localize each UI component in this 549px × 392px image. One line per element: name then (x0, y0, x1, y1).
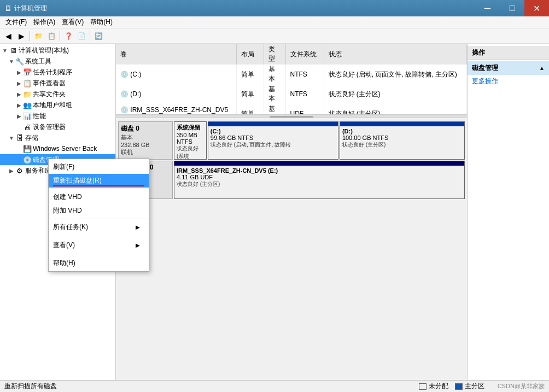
tree-item-eventvwr[interactable]: ▶📋事件查看器 (0, 78, 115, 89)
tree-label-shares: 共享文件夹 (33, 90, 66, 99)
vol-fs-1: NTFS (285, 84, 324, 104)
volume-list: 卷 布局 类型 文件系统 状态 💿 (C:)简单基本NTFS状态良好 (启动, … (116, 44, 467, 115)
vol-status-2: 状态良好 (主分区) (324, 104, 467, 115)
tree-expander-eventvwr[interactable]: ▶ (15, 79, 23, 87)
disk-row-0: 磁盘 0 基本 232.88 GB 联机系统保留350 MB NTFS状态良好 … (118, 121, 465, 160)
disk-partitions-0: 系统保留350 MB NTFS状态良好 (系统(C:)99.66 GB NTFS… (174, 121, 465, 160)
ctx-item-create-vhd[interactable]: 创建 VHD (49, 190, 149, 204)
tree-item-root[interactable]: ▼🖥计算机管理(本地) (0, 45, 115, 56)
ctx-item-help[interactable]: 帮助(H) (49, 256, 149, 270)
up-button[interactable]: 📁 (32, 30, 44, 42)
action-section-disk[interactable]: 磁盘管理 ▲ (468, 61, 549, 75)
tree-label-perf: 性能 (33, 112, 46, 121)
back-button[interactable]: ◀ (2, 30, 14, 42)
tree-item-wsbak[interactable]: 💾Windows Server Back (0, 143, 115, 154)
tree-icon-perf: 📊 (23, 112, 32, 120)
tree-label-wsbak: Windows Server Back (33, 145, 97, 153)
ctx-item-undefined[interactable] (49, 252, 149, 256)
tree-icon-root: 🖥 (9, 46, 17, 55)
tree-item-shares[interactable]: ▶📁共享文件夹 (0, 89, 115, 100)
disk-map: 磁盘 0 基本 232.88 GB 联机系统保留350 MB NTFS状态良好 … (116, 118, 467, 380)
ctx-item-undefined[interactable] (49, 234, 149, 238)
menu-action[interactable]: 操作(A) (30, 16, 59, 28)
tree-expander-localusers[interactable]: ▶ (15, 101, 23, 109)
splitter-handle (270, 116, 313, 118)
partition-0-2[interactable]: (D:)100.00 GB NTFS状态良好 (主分区) (340, 121, 465, 160)
partition-size-0-1: 99.66 GB NTFS (211, 134, 336, 141)
volume-table: 卷 布局 类型 文件系统 状态 💿 (C:)简单基本NTFS状态良好 (启动, … (116, 44, 467, 115)
tree-label-systools: 系统工具 (25, 57, 51, 66)
legend-unalloc-box (419, 383, 427, 390)
disk-size-0: 232.88 GB (121, 142, 170, 148)
vol-status-1: 状态良好 (主分区) (324, 84, 467, 104)
vol-name-1: 💿 (D:) (116, 84, 236, 104)
col-fs[interactable]: 文件系统 (285, 44, 324, 65)
menu-view[interactable]: 查看(V) (59, 16, 87, 28)
ctx-arrow-view: ▶ (136, 242, 140, 248)
properties-button[interactable]: ❓ (62, 30, 74, 42)
legend-unalloc: 未分配 (419, 382, 448, 391)
ctx-item-refresh[interactable]: 刷新(F) (49, 160, 149, 174)
disk-type-0: 基本 (121, 133, 170, 142)
tree-expander-services[interactable]: ▶ (8, 167, 15, 174)
partition-name-0-2: (D:) (342, 128, 462, 134)
help-button[interactable]: 📄 (75, 30, 87, 42)
tree-expander-shares[interactable]: ▶ (15, 90, 23, 98)
title-bar: 🖥 计算机管理 ─ □ ✕ (0, 0, 549, 16)
partition-0-1[interactable]: (C:)99.66 GB NTFS状态良好 (启动, 页面文件, 故障转 (208, 121, 338, 160)
tree-expander-perf[interactable]: ▶ (15, 112, 23, 120)
forward-button[interactable]: ▶ (15, 30, 27, 42)
partition-size-0-0: 350 MB NTFS (177, 132, 204, 145)
partition-header-0-2 (340, 122, 464, 126)
col-status[interactable]: 状态 (324, 44, 467, 65)
tree-item-localusers[interactable]: ▶👥本地用户和组 (0, 100, 115, 110)
tree-expander-scheduler[interactable]: ▶ (15, 68, 23, 76)
status-text: 重新扫描所有磁盘 (4, 382, 57, 391)
ctx-item-attach-vhd[interactable]: 附加 VHD (49, 204, 149, 218)
tree-item-systools[interactable]: ▼🔧系统工具 (0, 56, 115, 67)
tree-expander-storage[interactable]: ▼ (8, 134, 15, 142)
col-layout[interactable]: 布局 (236, 44, 264, 65)
more-actions-item[interactable]: 更多操作 (468, 75, 549, 87)
close-button[interactable]: ✕ (524, 0, 549, 16)
tree-expander-wsbak[interactable] (15, 145, 23, 153)
volume-row-2[interactable]: 💿 IRM_SSS_X64FRE_ZH-CN_DV5 (E:)简单基本UDF状态… (116, 104, 467, 115)
tree-item-perf[interactable]: ▶📊性能 (0, 110, 115, 121)
disk-name-0: 磁盘 0 (121, 124, 170, 133)
col-vol[interactable]: 卷 (116, 44, 236, 65)
partition-0-0[interactable]: 系统保留350 MB NTFS状态良好 (系统 (174, 121, 207, 160)
vol-layout-2: 简单 (236, 104, 264, 115)
tree-label-localusers: 本地用户和组 (33, 101, 72, 110)
ctx-item-view[interactable]: 查看(V)▶ (49, 238, 149, 252)
tree-label-scheduler: 任务计划程序 (33, 68, 72, 77)
refresh-button[interactable]: 🔄 (92, 30, 104, 42)
vol-name-2: 💿 IRM_SSS_X64FRE_ZH-CN_DV5 (E:) (116, 104, 236, 115)
watermark: CSDN@某非家族 (498, 382, 545, 390)
show-hide-button[interactable]: 📋 (45, 30, 57, 42)
vol-type-0: 基本 (264, 65, 285, 84)
partition-1-0[interactable]: IRM_SSS_X64FRE_ZH-CN_DV5 (E:)4.11 GB UDF… (174, 161, 465, 199)
ctx-item-rescan[interactable]: 重新扫描磁盘(R) (49, 174, 149, 188)
menu-help[interactable]: 帮助(H) (87, 16, 116, 28)
minimize-button[interactable]: ─ (475, 0, 500, 16)
vol-name-0: 💿 (C:) (116, 65, 236, 84)
ctx-item-all-tasks[interactable]: 所有任务(K)▶ (49, 220, 149, 234)
maximize-button[interactable]: □ (500, 0, 524, 16)
tree-item-devmgr[interactable]: 🖨设备管理器 (0, 121, 115, 132)
menu-file[interactable]: 文件(F) (2, 16, 30, 28)
tree-expander-devmgr[interactable] (15, 123, 23, 131)
volume-row-1[interactable]: 💿 (D:)简单基本NTFS状态良好 (主分区) (116, 84, 467, 104)
title-controls: ─ □ ✕ (475, 0, 549, 16)
partition-size-1-0: 4.11 GB UDF (177, 174, 462, 180)
tree-expander-systools[interactable]: ▼ (8, 57, 15, 65)
toolbar-sep-1 (30, 31, 30, 41)
status-bar: 重新扫描所有磁盘 未分配 主分区 CSDN@某非家族 (0, 380, 549, 392)
tree-icon-diskmgmt: 💿 (23, 155, 32, 164)
tree-expander-root[interactable]: ▼ (1, 46, 9, 54)
col-type[interactable]: 类型 (264, 44, 285, 65)
volume-row-0[interactable]: 💿 (C:)简单基本NTFS状态良好 (启动, 页面文件, 故障转储, 主分区) (116, 65, 467, 84)
tree-item-scheduler[interactable]: ▶📅任务计划程序 (0, 67, 115, 78)
tree-expander-diskmgmt[interactable] (15, 156, 23, 163)
tree-item-storage[interactable]: ▼🗄存储 (0, 132, 115, 143)
disk-label-0: 磁盘 0 基本 232.88 GB 联机 (118, 121, 173, 160)
